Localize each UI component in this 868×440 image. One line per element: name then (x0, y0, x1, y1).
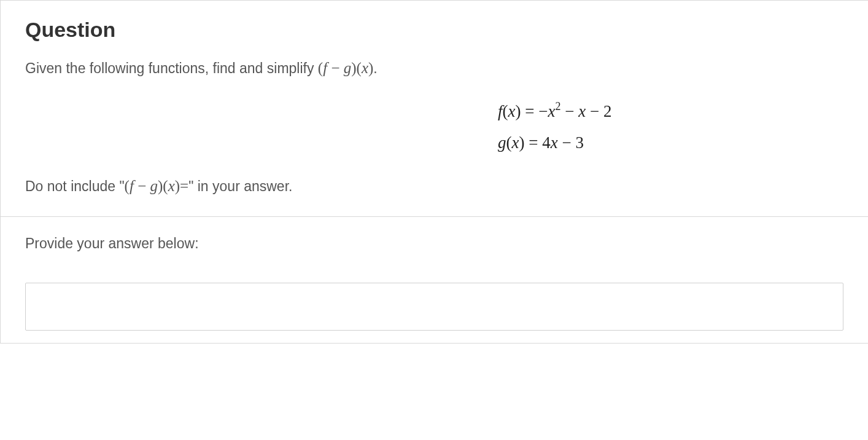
answer-input-wrap (1, 283, 868, 343)
answer-section: Provide your answer below: (1, 216, 868, 283)
equation-f: f(x) = −x2 − x − 2 (498, 96, 843, 127)
instruction-suffix: " in your answer. (188, 178, 292, 194)
instruction-math: (f − g)(x)= (125, 178, 189, 194)
equation-g: g(x) = 4x − 3 (498, 127, 843, 159)
equations-block: f(x) = −x2 − x − 2 g(x) = 4x − 3 (498, 96, 843, 159)
instruction-text: Do not include "(f − g)(x)=" in your ans… (25, 175, 843, 198)
answer-input[interactable] (25, 283, 843, 331)
question-prompt: Given the following functions, find and … (25, 57, 843, 80)
answer-label: Provide your answer below: (25, 235, 843, 252)
prompt-math: (f − g)(x) (318, 60, 373, 76)
instruction-prefix: Do not include " (25, 178, 125, 194)
prompt-prefix: Given the following functions, find and … (25, 60, 318, 76)
question-container: Question Given the following functions, … (0, 0, 868, 344)
question-heading: Question (25, 18, 843, 42)
prompt-period: . (373, 60, 377, 76)
question-body: Question Given the following functions, … (1, 1, 868, 216)
